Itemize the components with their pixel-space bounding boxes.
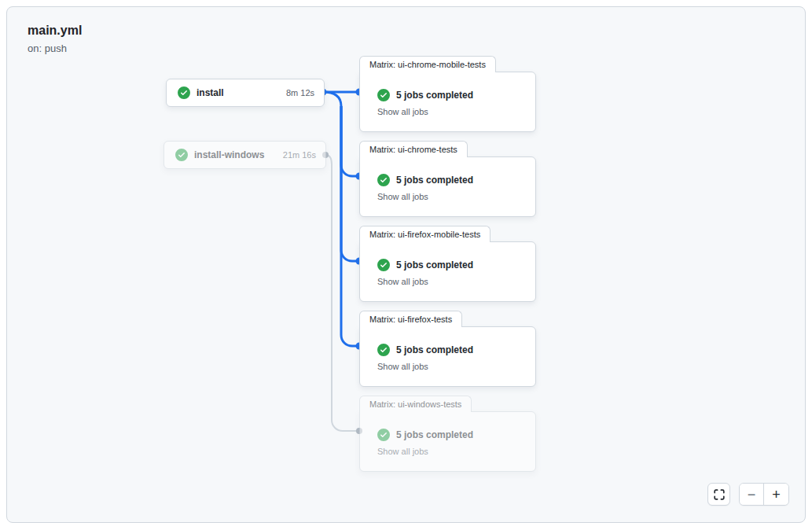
job-duration-label: 21m 16s (283, 150, 316, 160)
matrix-card-ui-firefox-mobile-tests: Matrix: ui-firefox-mobile-tests 5 jobs c… (359, 226, 536, 302)
matrix-tab-label[interactable]: Matrix: ui-firefox-mobile-tests (359, 226, 491, 242)
matrix-tab-label[interactable]: Matrix: ui-windows-tests (359, 396, 472, 412)
job-duration-label: 8m 12s (286, 88, 314, 98)
show-all-jobs-link[interactable]: Show all jobs (377, 107, 428, 116)
matrix-card-ui-chrome-tests: Matrix: ui-chrome-tests 5 jobs completed… (359, 141, 536, 217)
show-all-jobs-link[interactable]: Show all jobs (377, 277, 428, 286)
matrix-tab-label[interactable]: Matrix: ui-chrome-tests (359, 141, 468, 157)
matrix-card-ui-chrome-mobile-tests: Matrix: ui-chrome-mobile-tests 5 jobs co… (359, 56, 536, 132)
matrix-card-body[interactable]: 5 jobs completed Show all jobs (359, 72, 536, 132)
check-circle-icon (175, 149, 188, 161)
matrix-card-body[interactable]: 5 jobs completed Show all jobs (359, 326, 536, 387)
job-node-install-windows[interactable]: install-windows 21m 16s (164, 141, 326, 169)
matrix-card-ui-windows-tests: Matrix: ui-windows-tests 5 jobs complete… (359, 396, 536, 472)
edge-install-4 (341, 106, 359, 346)
matrix-tab-label[interactable]: Matrix: ui-firefox-tests (359, 311, 462, 327)
workflow-file-title: main.yml (28, 23, 82, 39)
check-circle-icon (377, 429, 390, 441)
zoom-in-button[interactable]: + (764, 484, 788, 505)
fullscreen-icon (713, 488, 726, 501)
jobs-completed-label: 5 jobs completed (396, 90, 473, 101)
check-circle-icon (377, 174, 390, 186)
workflow-visualization-page: main.yml on: push install 8 (0, 0, 812, 530)
edge-install-2 (323, 92, 359, 176)
graph-view-controls: − + (707, 483, 789, 506)
zoom-out-button[interactable]: − (740, 484, 764, 505)
jobs-completed-label: 5 jobs completed (396, 259, 473, 271)
workflow-graph-panel: main.yml on: push install 8 (6, 6, 806, 523)
matrix-card-ui-firefox-tests: Matrix: ui-firefox-tests 5 jobs complete… (359, 311, 536, 387)
edge-install-3 (341, 106, 359, 261)
show-all-jobs-link[interactable]: Show all jobs (377, 447, 428, 456)
show-all-jobs-link[interactable]: Show all jobs (377, 362, 428, 371)
matrix-card-body[interactable]: 5 jobs completed Show all jobs (359, 156, 536, 217)
matrix-tab-label[interactable]: Matrix: ui-chrome-mobile-tests (359, 56, 496, 72)
jobs-completed-label: 5 jobs completed (396, 429, 473, 440)
edge-install-windows (325, 155, 359, 431)
show-all-jobs-link[interactable]: Show all jobs (377, 192, 428, 201)
matrix-card-body[interactable]: 5 jobs completed Show all jobs (359, 411, 536, 472)
job-name-label: install-windows (194, 149, 264, 160)
fit-to-screen-button[interactable] (707, 483, 730, 506)
jobs-completed-label: 5 jobs completed (396, 175, 473, 186)
check-circle-icon (377, 344, 390, 356)
workflow-trigger-label: on: push (28, 42, 82, 54)
zoom-button-group: − + (739, 483, 789, 506)
jobs-completed-label: 5 jobs completed (396, 344, 473, 355)
check-circle-icon (377, 89, 390, 101)
workflow-header: main.yml on: push (28, 23, 82, 54)
matrix-card-body[interactable]: 5 jobs completed Show all jobs (359, 241, 536, 302)
check-circle-icon (178, 86, 190, 99)
check-circle-icon (377, 259, 390, 271)
job-name-label: install (197, 87, 224, 98)
job-node-install[interactable]: install 8m 12s (166, 79, 325, 107)
